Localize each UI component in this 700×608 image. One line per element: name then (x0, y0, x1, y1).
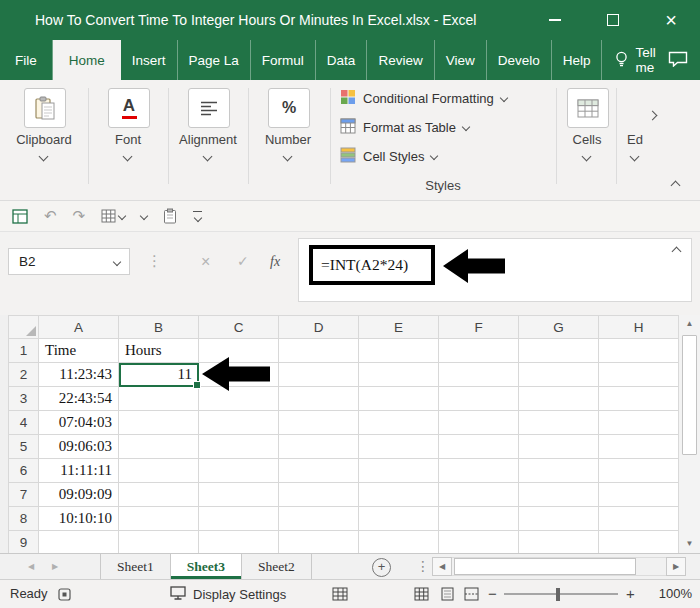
cell-E2[interactable] (359, 363, 439, 387)
cancel-icon[interactable]: × (201, 248, 210, 275)
macro-record-icon[interactable] (58, 588, 71, 601)
formula-input[interactable]: =INT(A2*24) (298, 238, 692, 302)
tab-formulas[interactable]: Formul (251, 40, 316, 80)
cell-G3[interactable] (519, 387, 599, 411)
cell-H9[interactable] (599, 531, 679, 555)
name-box-dropdown-icon[interactable] (113, 258, 121, 266)
cell-F4[interactable] (439, 411, 519, 435)
cell-F3[interactable] (439, 387, 519, 411)
view-normal-icon[interactable] (414, 587, 429, 601)
collapse-ribbon-chevron[interactable] (671, 181, 681, 191)
tell-me-button[interactable]: Tell me (602, 40, 667, 80)
cell-D8[interactable] (279, 507, 359, 531)
enter-icon[interactable]: ✓ (237, 248, 249, 275)
name-box[interactable]: B2 (8, 248, 130, 275)
cell-H6[interactable] (599, 459, 679, 483)
zoom-level[interactable]: 100% (646, 580, 692, 608)
sheet-tab-sheet1[interactable]: Sheet1 (100, 554, 171, 579)
clipboard-pin-icon[interactable] (163, 208, 177, 224)
percent-icon[interactable]: % (268, 88, 310, 128)
cells-icon[interactable] (567, 88, 609, 128)
cell-D6[interactable] (279, 459, 359, 483)
row-header-6[interactable]: 6 (9, 459, 39, 483)
cell-G7[interactable] (519, 483, 599, 507)
workbook-icon[interactable] (12, 209, 28, 224)
cell-A2[interactable]: 11:23:43 (39, 363, 119, 387)
vertical-scrollbar-thumb[interactable] (682, 335, 697, 455)
cell-H7[interactable] (599, 483, 679, 507)
grid-view-icon[interactable] (332, 587, 348, 601)
scroll-left-icon[interactable]: ◀ (432, 557, 452, 576)
tab-developer[interactable]: Develo (487, 40, 552, 80)
cell-E7[interactable] (359, 483, 439, 507)
cell-F1[interactable] (439, 339, 519, 363)
cell-G8[interactable] (519, 507, 599, 531)
redo-icon[interactable]: ↷ (73, 207, 86, 225)
cell-G4[interactable] (519, 411, 599, 435)
scroll-up-icon[interactable]: ▲ (679, 315, 700, 333)
scroll-down-icon[interactable]: ▼ (679, 535, 700, 553)
chevron-down-icon[interactable] (39, 152, 49, 162)
select-all-button[interactable] (9, 316, 39, 339)
cell-B1[interactable]: Hours (119, 339, 199, 363)
chevron-down-icon[interactable] (630, 152, 640, 162)
cell-C8[interactable] (199, 507, 279, 531)
cell-A1[interactable]: Time (39, 339, 119, 363)
tab-help[interactable]: Help (552, 40, 603, 80)
cell-H8[interactable] (599, 507, 679, 531)
cell-H3[interactable] (599, 387, 679, 411)
cell-F6[interactable] (439, 459, 519, 483)
cell-F5[interactable] (439, 435, 519, 459)
cell-E4[interactable] (359, 411, 439, 435)
tab-review[interactable]: Review (367, 40, 434, 80)
cell-A4[interactable]: 07:04:03 (39, 411, 119, 435)
tab-home[interactable]: Home (53, 40, 121, 80)
row-header-1[interactable]: 1 (9, 339, 39, 363)
horizontal-scrollbar[interactable]: ◀ ▶ (432, 557, 686, 576)
cell-A3[interactable]: 22:43:54 (39, 387, 119, 411)
tab-file[interactable]: File (0, 40, 53, 80)
display-settings-button[interactable]: Display Settings (170, 580, 286, 608)
cell-E9[interactable] (359, 531, 439, 555)
new-sheet-button[interactable]: + (372, 558, 391, 577)
cell-B8[interactable] (119, 507, 199, 531)
cell-H1[interactable] (599, 339, 679, 363)
font-icon[interactable]: A (108, 88, 150, 128)
horizontal-scrollbar-thumb[interactable] (454, 558, 636, 575)
cell-H5[interactable] (599, 435, 679, 459)
column-header-B[interactable]: B (119, 316, 199, 339)
tab-scroll-left-icon[interactable]: ◀ (28, 554, 34, 579)
dropdown-chevron-icon[interactable] (141, 213, 147, 219)
maximize-button[interactable] (584, 0, 642, 40)
scroll-right-icon[interactable]: ▶ (666, 557, 686, 576)
column-header-E[interactable]: E (359, 316, 439, 339)
chevron-down-icon[interactable] (203, 152, 213, 162)
cell-B3[interactable] (119, 387, 199, 411)
tab-page-layout[interactable]: Page La (178, 40, 251, 80)
cell-G9[interactable] (519, 531, 599, 555)
cell-E8[interactable] (359, 507, 439, 531)
cell-C7[interactable] (199, 483, 279, 507)
row-header-7[interactable]: 7 (9, 483, 39, 507)
view-page-break-icon[interactable] (464, 587, 479, 601)
cell-E6[interactable] (359, 459, 439, 483)
column-header-A[interactable]: A (39, 316, 119, 339)
cell-F2[interactable] (439, 363, 519, 387)
cell-A7[interactable]: 09:09:09 (39, 483, 119, 507)
column-header-H[interactable]: H (599, 316, 679, 339)
cell-D9[interactable] (279, 531, 359, 555)
cell-F8[interactable] (439, 507, 519, 531)
cell-E3[interactable] (359, 387, 439, 411)
cell-G6[interactable] (519, 459, 599, 483)
sheet-tab-sheet2[interactable]: Sheet2 (242, 554, 312, 579)
tab-view[interactable]: View (435, 40, 487, 80)
column-header-D[interactable]: D (279, 316, 359, 339)
cell-D4[interactable] (279, 411, 359, 435)
column-header-G[interactable]: G (519, 316, 599, 339)
row-header-9[interactable]: 9 (9, 531, 39, 555)
cell-H2[interactable] (599, 363, 679, 387)
row-header-2[interactable]: 2 (9, 363, 39, 387)
cell-D5[interactable] (279, 435, 359, 459)
cell-B6[interactable] (119, 459, 199, 483)
cell-B5[interactable] (119, 435, 199, 459)
